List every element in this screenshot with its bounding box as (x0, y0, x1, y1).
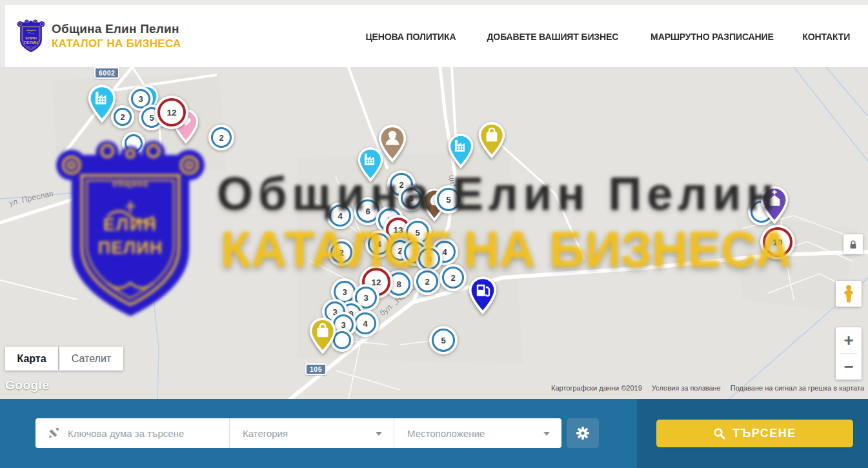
search-icon (713, 427, 725, 440)
category-select-value: Категория (243, 428, 288, 439)
map-pin-church[interactable] (760, 185, 789, 225)
cluster-marker[interactable]: 5 (434, 185, 463, 214)
cluster-count: 5 (441, 336, 445, 345)
lock-button[interactable] (843, 234, 863, 254)
cluster-marker[interactable]: 2 (208, 125, 234, 150)
pegman-icon (842, 284, 856, 303)
map-type-satellite-button[interactable]: Сателит (59, 347, 123, 371)
pencil-icon (47, 427, 60, 440)
worker-icon (378, 124, 407, 163)
search-button-label: ТЪРСЕНЕ (732, 427, 796, 440)
attribution-map-data: Картографски данни ©2019 (551, 384, 642, 392)
zoom-in-button[interactable]: + (836, 327, 862, 353)
cluster-count: 6 (365, 207, 370, 216)
cluster-marker[interactable]: 2 (414, 268, 441, 295)
attribution-terms-link[interactable]: Условия за ползване (652, 384, 721, 392)
nav-item-contacts[interactable]: КОНТАКТИ (803, 31, 851, 42)
map-pin-factory[interactable] (87, 84, 117, 123)
nav-item-add-business[interactable]: ДОБАВЕТЕ ВАШИЯТ БИЗНЕС (487, 31, 618, 42)
map-type-map-button[interactable]: Карта (5, 347, 58, 371)
bag-icon (478, 121, 506, 159)
map-pin-worker[interactable] (378, 124, 407, 163)
cluster-count: 4 (442, 247, 447, 257)
site-title: Община Елин Пелин (52, 22, 181, 36)
zoom-control: + − (836, 327, 862, 380)
cluster-count: 5 (149, 113, 154, 123)
chevron-down-icon (376, 432, 382, 436)
nav-item-route-schedule[interactable]: МАРШРУТНО РАЗПИСАНИЕ (651, 31, 774, 42)
cluster-marker[interactable]: 2 (439, 264, 467, 291)
factory-icon (447, 133, 474, 169)
cluster-count: 3 (363, 293, 368, 303)
cluster-count: 8 (396, 280, 401, 289)
cluster-count: 4 (338, 211, 342, 221)
map-pin-factory[interactable] (447, 133, 474, 169)
cluster-count: 10 (772, 238, 782, 247)
cluster-ring (125, 134, 143, 152)
location-select[interactable]: Местоположение (394, 418, 561, 448)
cluster-marker[interactable]: 5 (429, 326, 458, 354)
nav-item-pricing[interactable]: ЦЕНОВА ПОЛИТИКА (366, 31, 456, 42)
cluster-count: 5 (415, 228, 419, 238)
svg-text:ЕЛИН: ЕЛИН (25, 36, 37, 40)
lock-icon (847, 239, 859, 250)
cluster-marker[interactable] (122, 132, 145, 155)
pegman-button[interactable] (836, 281, 862, 307)
svg-text:община: община (26, 28, 36, 32)
header-logo[interactable]: община ЕЛИН ПЕЛИН Община Елин Пелин КАТА… (17, 17, 181, 55)
cluster-count: 2 (425, 277, 429, 287)
attribution-report-error-link[interactable]: Подаване на сигнал за грешка в картата (731, 384, 864, 392)
cluster-count: 8 (427, 254, 431, 264)
cluster-count: 3 (342, 287, 347, 297)
cluster-count: 2 (450, 273, 455, 283)
header: община ЕЛИН ПЕЛИН Община Елин Пелин КАТА… (5, 5, 868, 67)
fuel-icon (468, 276, 498, 315)
cluster-count: 4 (363, 319, 367, 329)
keyword-search-input[interactable] (68, 428, 216, 439)
cluster-count: 2 (120, 112, 125, 122)
cluster-marker[interactable]: 4 (327, 202, 354, 229)
cluster-marker[interactable]: 12 (155, 96, 188, 129)
cluster-count: 2 (219, 133, 223, 143)
church-icon (760, 185, 789, 225)
keyword-field[interactable] (35, 418, 229, 448)
cluster-count: 4 (376, 239, 381, 249)
map-markers-layer: 32512223546713524274881222338343510 (0, 67, 868, 399)
google-logo[interactable]: Google (5, 378, 49, 392)
category-select[interactable]: Категория (229, 418, 394, 448)
location-select-value: Местоположение (407, 428, 485, 439)
search-fields-group: Категория Местоположение (35, 418, 561, 448)
map-type-control: Карта Сателит (5, 347, 123, 371)
cluster-marker[interactable]: 2 (328, 239, 355, 266)
search-bar: Категория Местоположение ТЪРСЕНЕ (0, 399, 868, 468)
cluster-count: 5 (446, 195, 450, 205)
zoom-out-button[interactable]: − (836, 354, 862, 380)
settings-button[interactable] (567, 418, 599, 448)
chevron-down-icon (543, 432, 550, 436)
search-button[interactable]: ТЪРСЕНЕ (656, 420, 853, 447)
cluster-marker[interactable]: 3 (398, 185, 424, 211)
main-nav: ЦЕНОВА ПОЛИТИКА ДОБАВЕТЕ ВАШИЯТ БИЗНЕС М… (363, 31, 852, 42)
cluster-count: 13 (393, 225, 403, 235)
gear-icon (575, 425, 590, 441)
site-subtitle: КАТАЛОГ НА БИЗНЕСА (52, 37, 181, 50)
cluster-count: 3 (409, 194, 413, 203)
map-canvas[interactable]: 6002105ул. Преславбул. „Новоселци“ 32512… (0, 67, 868, 399)
cluster-count: 12 (167, 108, 176, 117)
map-pin-fuel[interactable] (468, 276, 498, 315)
bag-icon (308, 317, 337, 355)
svg-text:ПЕЛИН: ПЕЛИН (24, 40, 38, 45)
cluster-count: 2 (339, 248, 343, 258)
cluster-marker[interactable]: 10 (760, 225, 795, 259)
map-pin-bag[interactable] (478, 121, 506, 159)
factory-icon (87, 84, 117, 123)
map-pin-bag[interactable] (308, 317, 337, 355)
municipality-crest-icon: община ЕЛИН ПЕЛИН (17, 17, 45, 55)
map-attribution: Картографски данни ©2019 Условия за полз… (551, 384, 864, 392)
cluster-count: 3 (138, 94, 143, 104)
